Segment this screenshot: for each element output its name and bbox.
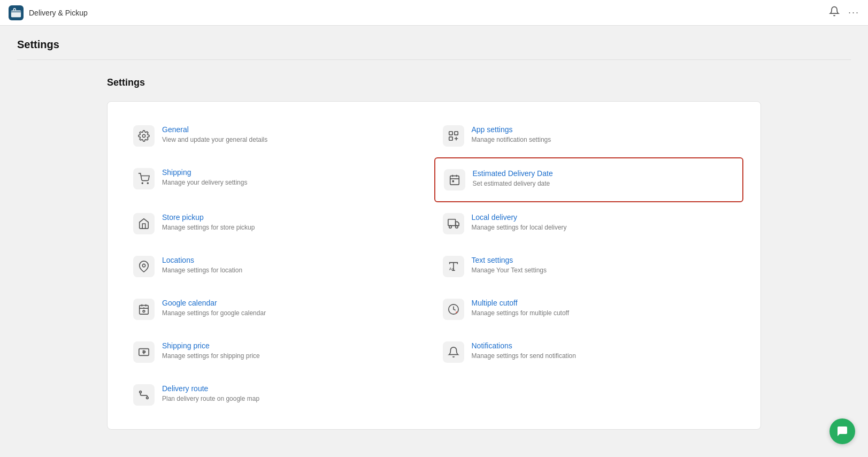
more-icon[interactable]: ··· — [848, 7, 859, 18]
svg-point-11 — [142, 264, 145, 267]
svg-rect-0 — [11, 10, 21, 17]
locations-desc: Manage settings for location — [162, 266, 426, 274]
general-text: General View and update your general det… — [162, 125, 426, 143]
svg-rect-2 — [449, 132, 452, 135]
multiple-cutoff-desc: Manage settings for multiple cutoff — [472, 309, 735, 317]
store-pickup-desc: Manage settings for store pickup — [162, 224, 426, 231]
chat-button[interactable] — [829, 418, 855, 444]
settings-item-delivery-route[interactable]: Delivery route Plan delivery route on go… — [125, 374, 434, 416]
notifications-desc: Manage settings for send notification — [472, 352, 735, 360]
settings-item-shipping-price[interactable]: Shipping price Manage settings for shipp… — [125, 331, 434, 374]
locations-title: Locations — [162, 256, 426, 264]
local-delivery-desc: Manage settings for local delivery — [472, 224, 735, 231]
text-settings-title: Text settings — [472, 256, 735, 264]
general-title: General — [162, 125, 426, 134]
settings-item-local-delivery[interactable]: Local delivery Manage settings for local… — [434, 202, 744, 245]
settings-item-locations[interactable]: Locations Manage settings for location — [125, 245, 434, 288]
multiple-cutoff-icon-box — [443, 299, 464, 320]
general-icon-box — [133, 125, 155, 147]
delivery-route-icon-box — [133, 384, 155, 406]
top-bar-actions: ··· — [829, 6, 859, 19]
settings-item-text-settings[interactable]: Aa Text settings Manage Your Text settin… — [434, 245, 744, 288]
settings-item-google-calendar[interactable]: Google calendar Manage settings for goog… — [125, 288, 434, 331]
local-delivery-icon-box — [443, 213, 464, 234]
settings-item-store-pickup[interactable]: Store pickup Manage settings for store p… — [125, 202, 434, 245]
settings-item-general[interactable]: General View and update your general det… — [125, 115, 434, 157]
google-calendar-title: Google calendar — [162, 299, 426, 307]
svg-point-16 — [143, 310, 145, 313]
google-calendar-text: Google calendar Manage settings for goog… — [162, 299, 426, 317]
svg-rect-7 — [450, 176, 459, 185]
svg-point-20 — [147, 397, 149, 399]
svg-rect-4 — [449, 137, 452, 140]
svg-point-1 — [142, 134, 145, 138]
settings-item-notifications[interactable]: Notifications Manage settings for send n… — [434, 331, 744, 374]
shipping-price-text: Shipping price Manage settings for shipp… — [162, 341, 426, 360]
text-settings-desc: Manage Your Text settings — [472, 266, 735, 274]
empty-cell — [434, 374, 744, 416]
app-settings-title: App settings — [472, 125, 735, 134]
svg-point-6 — [147, 182, 148, 184]
google-calendar-icon-box — [133, 299, 155, 320]
store-pickup-icon-box — [133, 213, 155, 234]
section-title: Settings — [107, 77, 761, 88]
main-content: Settings General View and update your ge… — [0, 60, 868, 447]
svg-text:Aa: Aa — [449, 266, 454, 271]
delivery-route-text: Delivery route Plan delivery route on go… — [162, 384, 426, 402]
shipping-price-title: Shipping price — [162, 341, 426, 350]
notifications-icon-box — [443, 341, 464, 363]
app-brand: Delivery & Pickup — [9, 5, 88, 20]
settings-card: General View and update your general det… — [107, 101, 761, 430]
bell-icon[interactable] — [829, 6, 840, 19]
google-calendar-desc: Manage settings for google calendar — [162, 309, 426, 317]
shipping-text: Shipping Manage your delivery settings — [162, 168, 426, 186]
app-settings-desc: Manage notification settings — [472, 136, 735, 143]
svg-point-9 — [449, 226, 451, 229]
delivery-route-desc: Plan delivery route on google map — [162, 395, 426, 402]
svg-point-5 — [142, 182, 143, 184]
shipping-title: Shipping — [162, 168, 426, 177]
notifications-text: Notifications Manage settings for send n… — [472, 341, 735, 360]
local-delivery-text: Local delivery Manage settings for local… — [472, 213, 735, 231]
shipping-price-icon-box — [133, 341, 155, 363]
svg-point-19 — [140, 391, 142, 393]
settings-item-app-settings[interactable]: App settings Manage notification setting… — [434, 115, 744, 157]
general-desc: View and update your general details — [162, 136, 426, 143]
settings-item-shipping[interactable]: Shipping Manage your delivery settings — [125, 157, 434, 202]
locations-icon-box — [133, 256, 155, 277]
multiple-cutoff-text: Multiple cutoff Manage settings for mult… — [472, 299, 735, 317]
store-pickup-text: Store pickup Manage settings for store p… — [162, 213, 426, 231]
estimated-delivery-desc: Set estimated delivery date — [473, 180, 734, 187]
estimated-delivery-title: Estimated Delivery Date — [473, 169, 734, 178]
app-logo — [9, 5, 24, 20]
store-pickup-title: Store pickup — [162, 213, 426, 222]
svg-rect-3 — [454, 132, 457, 135]
shipping-icon-box — [133, 168, 155, 189]
settings-item-estimated-delivery[interactable]: Estimated Delivery Date Set estimated de… — [434, 157, 744, 202]
delivery-route-title: Delivery route — [162, 384, 426, 393]
app-settings-text: App settings Manage notification setting… — [472, 125, 735, 143]
shipping-desc: Manage your delivery settings — [162, 179, 426, 186]
app-title: Delivery & Pickup — [29, 9, 88, 17]
estimated-delivery-icon-box — [444, 169, 465, 191]
svg-point-10 — [455, 226, 458, 229]
local-delivery-title: Local delivery — [472, 213, 735, 222]
svg-rect-15 — [140, 306, 149, 315]
text-settings-text: Text settings Manage Your Text settings — [472, 256, 735, 274]
multiple-cutoff-title: Multiple cutoff — [472, 299, 735, 307]
page-title: Settings — [17, 39, 59, 50]
shipping-price-desc: Manage settings for shipping price — [162, 352, 426, 360]
svg-rect-8 — [448, 219, 455, 226]
locations-text: Locations Manage settings for location — [162, 256, 426, 274]
settings-grid: General View and update your general det… — [125, 115, 743, 416]
page-header: Settings — [0, 26, 868, 59]
settings-item-multiple-cutoff[interactable]: Multiple cutoff Manage settings for mult… — [434, 288, 744, 331]
app-settings-icon-box — [443, 125, 464, 147]
notifications-title: Notifications — [472, 341, 735, 350]
estimated-delivery-text: Estimated Delivery Date Set estimated de… — [473, 169, 734, 187]
text-settings-icon-box: Aa — [443, 256, 464, 277]
top-bar: Delivery & Pickup ··· — [0, 0, 868, 26]
